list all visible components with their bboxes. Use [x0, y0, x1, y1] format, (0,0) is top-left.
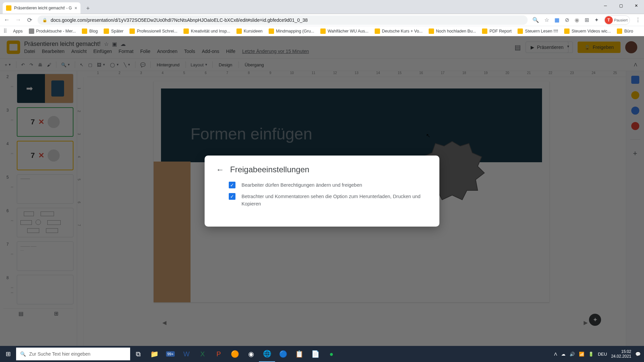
tab-title: Präsentieren leicht gemacht! - G	[14, 6, 72, 10]
bookmark-item[interactable]: Blog	[82, 28, 98, 34]
wifi-icon[interactable]: 📶	[579, 352, 584, 357]
extensions-icon[interactable]: ✦	[594, 17, 599, 23]
tray-chevron-icon[interactable]: ᐱ	[554, 352, 557, 357]
taskbar-search-input[interactable]: 🔍 Zur Suche Text hier eingeben	[16, 348, 130, 360]
obs-icon[interactable]: ◉	[243, 346, 259, 362]
search-icon: 🔍	[20, 351, 26, 357]
bookmark-item[interactable]: Kursideen	[236, 28, 263, 34]
qr-icon[interactable]: ▦	[554, 17, 559, 23]
word-icon[interactable]: W	[178, 346, 195, 362]
bookmark-item[interactable]: Mindmapping (Gru...	[269, 28, 314, 34]
url-input[interactable]: 🔒 docs.google.com/presentation/d/1yV372S…	[38, 15, 528, 25]
back-button[interactable]: ←	[3, 16, 10, 23]
grid-icon[interactable]: ⊞	[585, 17, 589, 23]
bookmark-item[interactable]: Büro	[617, 28, 633, 34]
app-icon[interactable]: 🟠	[227, 346, 243, 362]
window-minimize-button[interactable]: ─	[598, 0, 613, 11]
checkbox-label: Bearbeiter dürfen Berechtigungen ändern …	[241, 182, 362, 189]
bookmark-item[interactable]: Kreativität und Insp...	[183, 28, 230, 34]
profile-avatar-icon: T	[605, 16, 613, 24]
bookmark-item[interactable]: Professionell Schrei...	[129, 28, 177, 34]
window-close-button[interactable]: ✕	[629, 0, 644, 11]
task-view-icon[interactable]: ⧉	[130, 346, 146, 362]
bookmark-item[interactable]: Später	[104, 28, 123, 34]
sharing-settings-dialog: ← Freigabeeinstellungen ✓ Bearbeiter dür…	[205, 156, 439, 226]
dialog-title: Freigabeeinstellungen	[230, 165, 309, 174]
edge-icon[interactable]: 🔵	[275, 346, 291, 362]
battery-icon[interactable]: 🔋	[588, 352, 594, 357]
bookmark-item[interactable]: Noch hochladen Bu...	[429, 28, 476, 34]
search-placeholder: Zur Suche Text hier eingeben	[29, 351, 91, 357]
forward-button[interactable]: →	[15, 16, 21, 23]
volume-icon[interactable]: 🔊	[570, 352, 575, 357]
bookmark-item[interactable]: Steuern Lesen !!!!	[518, 28, 558, 34]
start-button[interactable]: ⊞	[0, 346, 16, 362]
mail-icon[interactable]: 99+	[162, 346, 178, 362]
checkbox-label: Betrachter und Kommentatoren sehen die O…	[241, 193, 428, 208]
bookmarks-bar: ⠿ Apps Produktsuche - Mer... Blog Später…	[0, 26, 644, 36]
checkbox-viewers-can-download[interactable]: ✓	[229, 193, 235, 200]
excel-icon[interactable]: X	[195, 346, 211, 362]
powerpoint-icon[interactable]: P	[211, 346, 227, 362]
spotify-icon[interactable]: ●	[323, 346, 339, 362]
bookmark-item[interactable]: Steuern Videos wic...	[564, 28, 611, 34]
bookmark-item[interactable]: Deutsche Kurs + Vo...	[375, 28, 423, 34]
apps-grid-icon[interactable]: ⠿	[3, 28, 7, 34]
back-arrow-icon[interactable]: ←	[216, 165, 224, 174]
chrome-icon[interactable]: 🌐	[259, 346, 275, 362]
zoom-icon[interactable]: 🔍	[532, 17, 539, 23]
browser-tab[interactable]: Präsentieren leicht gemacht! - G ×	[3, 2, 80, 14]
slides-favicon	[6, 5, 11, 11]
notifications-icon[interactable]: 💬	[635, 352, 641, 357]
extension-circle-icon[interactable]: ◉	[575, 17, 579, 23]
bookmark-item[interactable]: Produktsuche - Mer...	[29, 28, 76, 34]
language-indicator[interactable]: DEU	[598, 352, 607, 357]
mouse-cursor: ↖	[426, 132, 430, 139]
onedrive-icon[interactable]: ☁	[561, 352, 566, 357]
star-bookmark-icon[interactable]: ☆	[544, 17, 549, 23]
notepad-icon[interactable]: 📄	[307, 346, 323, 362]
file-explorer-icon[interactable]: 📁	[146, 346, 162, 362]
reload-button[interactable]: ⟳	[26, 16, 33, 24]
url-text: docs.google.com/presentation/d/1yV372SO5…	[51, 17, 308, 23]
bookmark-item[interactable]: Wahlfächer WU Aus...	[320, 28, 369, 34]
close-tab-icon[interactable]: ×	[74, 5, 77, 11]
modal-overlay[interactable]: ← Freigabeeinstellungen ✓ Bearbeiter dür…	[0, 36, 644, 346]
window-maximize-button[interactable]: ▢	[613, 0, 629, 11]
address-bar: ← → ⟳ 🔒 docs.google.com/presentation/d/1…	[0, 14, 644, 26]
bookmark-item[interactable]: PDF Report	[482, 28, 512, 34]
clock[interactable]: 15:02 24.02.2021	[611, 349, 631, 359]
profile-paused-button[interactable]: T Pausiert	[604, 15, 630, 25]
checkbox-editors-can-change[interactable]: ✓	[229, 182, 235, 188]
block-icon[interactable]: ⊘	[565, 17, 569, 23]
bookmark-item[interactable]: Apps	[13, 29, 23, 34]
new-tab-button[interactable]: +	[83, 4, 93, 13]
browser-menu-icon[interactable]: ⋮	[635, 17, 641, 23]
paused-label: Pausiert	[614, 18, 628, 22]
app-icon[interactable]: 📋	[291, 346, 307, 362]
browser-tabstrip: Präsentieren leicht gemacht! - G × + ─ ▢…	[0, 0, 644, 14]
lock-icon: 🔒	[42, 18, 47, 22]
windows-taskbar: ⊞ 🔍 Zur Suche Text hier eingeben ⧉ 📁 99+…	[0, 346, 644, 362]
